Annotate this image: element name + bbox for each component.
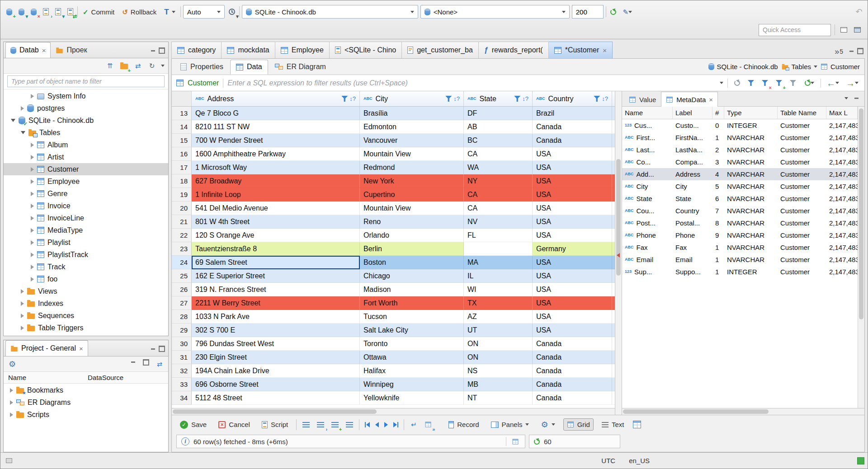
scrollbar-thumb[interactable] bbox=[173, 409, 377, 414]
state-cell[interactable]: BC bbox=[464, 134, 533, 147]
transaction-log-button[interactable]: T bbox=[161, 7, 178, 17]
country-cell[interactable]: Germany bbox=[533, 242, 612, 256]
country-cell[interactable]: Canada bbox=[533, 351, 612, 364]
editor-tab-category[interactable]: category bbox=[171, 42, 222, 58]
row-number-cell[interactable]: 26 bbox=[172, 283, 192, 296]
address-cell[interactable]: 120 S Orange Ave bbox=[192, 229, 360, 242]
address-cell[interactable]: Qe 7 Bloco G bbox=[192, 107, 360, 120]
active-database-combo[interactable]: SQLite - Chinook.db bbox=[242, 5, 418, 19]
metadata-row[interactable]: 123Cus...Custo...0INTEGERCustomer2,147,4… bbox=[622, 119, 858, 131]
city-cell[interactable]: Cupertino bbox=[360, 188, 464, 202]
sort-icon[interactable]: ↕? bbox=[602, 95, 608, 102]
country-cell[interactable]: Canada bbox=[533, 337, 612, 351]
sql-templates-icon[interactable]: ✎ bbox=[621, 7, 634, 17]
city-cell[interactable]: Orlando bbox=[360, 229, 464, 242]
expand-arrow-icon[interactable] bbox=[31, 94, 34, 98]
status-monitor-icon[interactable] bbox=[6, 458, 12, 463]
expand-arrow-icon[interactable] bbox=[31, 216, 34, 220]
address-cell[interactable]: 1 Microsoft Way bbox=[192, 161, 360, 174]
expand-arrow-icon[interactable] bbox=[10, 388, 13, 393]
expand-arrow-icon[interactable] bbox=[21, 301, 24, 306]
value-viewer-icon[interactable] bbox=[510, 436, 520, 446]
script-button[interactable]: Script bbox=[258, 418, 292, 431]
expand-arrow-icon[interactable] bbox=[21, 289, 24, 294]
tree-item-invoiceline[interactable]: InvoiceLine bbox=[4, 212, 168, 224]
country-cell[interactable]: USA bbox=[533, 296, 612, 310]
panels-button[interactable]: Panels bbox=[487, 418, 533, 431]
tree-item-data-types[interactable]: Data Types bbox=[4, 334, 168, 336]
close-icon[interactable]: × bbox=[79, 345, 83, 352]
panel-menu-icon[interactable] bbox=[844, 97, 848, 99]
tab-value[interactable]: Value bbox=[624, 93, 661, 106]
tab-database-navigator[interactable]: Datab × bbox=[5, 42, 51, 58]
editor-tab-mockdata[interactable]: mockdata bbox=[222, 42, 275, 58]
metadata-row[interactable]: ABCAdd...Address4NVARCHARCustomer2,147,4… bbox=[622, 168, 858, 180]
city-cell[interactable]: New York bbox=[360, 174, 464, 188]
metadata-row[interactable]: ABCPhonePhone9NVARCHARCustomer2,147,483 bbox=[622, 229, 858, 241]
horizontal-scrollbar[interactable] bbox=[622, 408, 864, 415]
state-cell[interactable] bbox=[464, 242, 533, 256]
state-cell[interactable]: AB bbox=[464, 120, 533, 134]
collapse-arrow-icon[interactable] bbox=[11, 119, 15, 122]
state-cell[interactable]: NV bbox=[464, 215, 533, 229]
editor-tab-customer[interactable]: *Customer× bbox=[549, 42, 613, 58]
filter-icon[interactable] bbox=[594, 96, 600, 102]
text-mode-button[interactable]: Text bbox=[598, 418, 628, 431]
tab-metadata[interactable]: MetaData × bbox=[661, 92, 718, 107]
previous-row-button[interactable] bbox=[375, 422, 379, 427]
scrollbar-thumb[interactable] bbox=[616, 159, 621, 276]
dbeaver-perspective-icon[interactable] bbox=[852, 25, 862, 35]
tree-item-playlisttrack[interactable]: PlaylistTrack bbox=[4, 249, 168, 261]
transaction-mode-combo[interactable]: Auto bbox=[183, 5, 225, 19]
address-cell[interactable]: 700 W Pender Street bbox=[192, 134, 360, 147]
metadata-row[interactable]: ABCCityCity5NVARCHARCustomer2,147,483 bbox=[622, 180, 858, 192]
row-number-cell[interactable]: 22 bbox=[172, 229, 192, 242]
tree-item-employee[interactable]: Employee bbox=[4, 175, 168, 188]
fit-columns-icon[interactable] bbox=[301, 420, 311, 430]
city-cell[interactable]: Yellowknife bbox=[360, 391, 464, 405]
row-number-cell[interactable]: 13 bbox=[172, 107, 192, 120]
row-number-cell[interactable]: 27 bbox=[172, 296, 192, 310]
row-number-cell[interactable]: 20 bbox=[172, 202, 192, 215]
country-cell[interactable]: USA bbox=[533, 215, 612, 229]
maximize-icon[interactable] bbox=[158, 47, 165, 54]
auto-refresh-box[interactable]: 60 bbox=[529, 435, 620, 448]
address-cell[interactable]: 2211 W Berry Street bbox=[192, 296, 360, 310]
metadata-row[interactable]: ABCCo...Compa...3NVARCHARCustomer2,147,4… bbox=[622, 156, 858, 168]
row-number-cell[interactable]: 24 bbox=[172, 256, 192, 269]
tree-item-invoice[interactable]: Invoice bbox=[4, 200, 168, 212]
city-cell[interactable]: Halifax bbox=[360, 364, 464, 378]
scrollbar-thumb[interactable] bbox=[623, 409, 769, 414]
column-header-country[interactable]: ABCCountry↕? bbox=[533, 91, 612, 106]
state-cell[interactable]: WI bbox=[464, 283, 533, 296]
maximize-icon[interactable] bbox=[857, 47, 864, 55]
address-cell[interactable]: 162 E Superior Street bbox=[192, 269, 360, 283]
breadcrumb-table[interactable]: Customer bbox=[821, 63, 860, 70]
tree-item-genre[interactable]: Genre bbox=[4, 188, 168, 200]
country-cell[interactable]: USA bbox=[533, 202, 612, 215]
new-connection-icon[interactable]: + bbox=[4, 7, 14, 17]
metadata-row[interactable]: ABCLast...LastNa...2NVARCHARCustomer2,14… bbox=[622, 144, 858, 156]
tree-item-playlist[interactable]: Playlist bbox=[4, 236, 168, 249]
expand-arrow-icon[interactable] bbox=[31, 265, 34, 269]
view-menu-icon[interactable] bbox=[161, 65, 165, 67]
state-cell[interactable]: MB bbox=[464, 378, 533, 391]
address-cell[interactable]: Tauentzienstraße 8 bbox=[192, 242, 360, 256]
address-cell[interactable]: 1 Infinite Loop bbox=[192, 188, 360, 202]
tree-item-sqlite-chinook-db[interactable]: SQLite - Chinook.db bbox=[4, 114, 168, 127]
project-settings-icon[interactable] bbox=[7, 359, 17, 369]
connect-icon[interactable]: ▾ bbox=[16, 7, 26, 17]
sort-icon[interactable]: ↕? bbox=[349, 95, 356, 102]
row-number-cell[interactable]: 34 bbox=[172, 391, 192, 405]
minimize-icon[interactable] bbox=[853, 94, 860, 102]
tree-item-postgres[interactable]: postgres bbox=[4, 102, 168, 114]
address-cell[interactable]: 302 S 700 E bbox=[192, 324, 360, 337]
vertical-scrollbar[interactable] bbox=[615, 91, 622, 415]
meta-column-header-label[interactable]: Label bbox=[673, 107, 712, 119]
collapse-all-icon[interactable]: ⇈ bbox=[105, 61, 115, 71]
row-layout-icon[interactable]: › bbox=[316, 420, 326, 430]
tab-projects[interactable]: Проек bbox=[51, 42, 92, 58]
meta-column-header-item[interactable]: # bbox=[712, 107, 724, 119]
row-number-cell[interactable]: 28 bbox=[172, 310, 192, 324]
recent-sql-editor-icon[interactable]: ⇄ bbox=[65, 7, 75, 17]
